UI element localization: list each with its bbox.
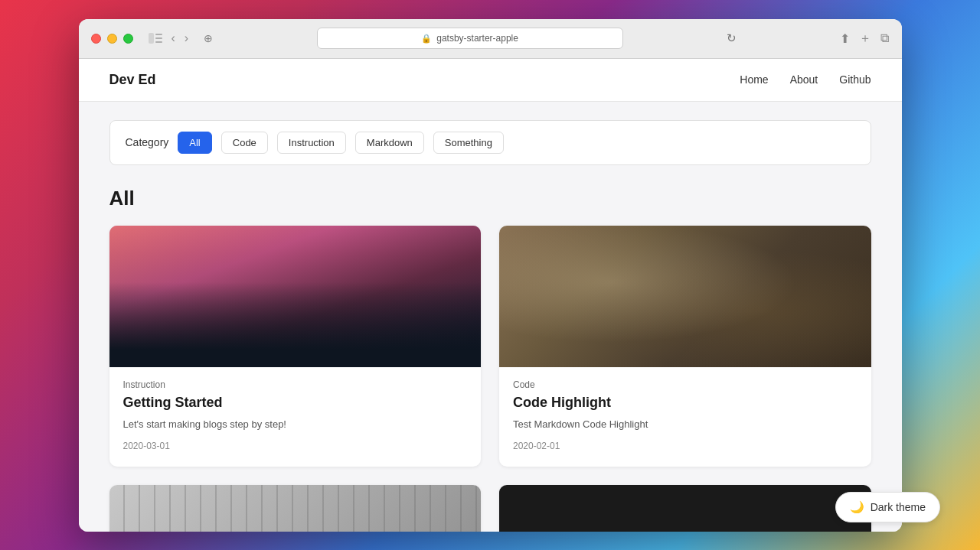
cards-grid: Instruction Getting Started Let's start … (109, 226, 871, 532)
filter-btn-something[interactable]: Something (433, 132, 504, 154)
security-icon: ⊕ (204, 32, 213, 44)
card-1-category: Instruction (123, 379, 468, 390)
forward-button[interactable]: › (181, 30, 191, 47)
card-2-category: Code (513, 379, 858, 390)
minimize-button[interactable] (107, 34, 117, 44)
sidebar-toggle[interactable] (149, 33, 162, 44)
card-1[interactable]: Instruction Getting Started Let's start … (109, 226, 482, 467)
address-bar[interactable]: 🔒 gatsby-starter-apple (317, 28, 623, 49)
moon-icon: 🌙 (850, 500, 864, 514)
card-2-image (499, 226, 871, 367)
svg-rect-1 (155, 34, 162, 35)
title-bar: ‹ › ⊕ 🔒 gatsby-starter-apple ↻ ⬆ ＋ ⧉ (79, 19, 902, 59)
nav-arrows: ‹ › (168, 30, 192, 47)
filter-btn-all[interactable]: All (178, 132, 211, 154)
card-4-image (499, 485, 871, 532)
lock-icon: 🔒 (421, 34, 432, 44)
card-1-date: 2020-03-01 (123, 441, 468, 451)
title-bar-controls: ‹ › (149, 30, 192, 47)
card-2-body: Code Code Highlight Test Markdown Code H… (499, 367, 871, 467)
svg-rect-2 (155, 37, 162, 39)
dark-theme-button[interactable]: 🌙 Dark theme (835, 492, 940, 522)
tabs-icon[interactable]: ⧉ (880, 31, 889, 45)
close-button[interactable] (91, 34, 101, 44)
site-nav: Home About Github (740, 73, 871, 86)
nav-home[interactable]: Home (740, 73, 768, 86)
card-1-title: Getting Started (123, 395, 468, 411)
site-content: Category All Code Instruction Markdown S… (79, 102, 902, 532)
card-1-image (109, 226, 482, 367)
card-2-title: Code Highlight (513, 395, 858, 411)
site-logo[interactable]: Dev Ed (109, 72, 156, 88)
card-1-desc: Let's start making blogs step by step! (123, 417, 468, 432)
new-tab-icon[interactable]: ＋ (859, 31, 871, 47)
section-heading: All (109, 187, 871, 210)
refresh-icon[interactable]: ↻ (727, 31, 737, 45)
back-button[interactable]: ‹ (168, 30, 178, 47)
filter-btn-instruction[interactable]: Instruction (277, 132, 346, 154)
share-icon[interactable]: ⬆ (840, 31, 850, 46)
dark-theme-label: Dark theme (871, 501, 926, 513)
card-3-image (109, 485, 482, 532)
nav-about[interactable]: About (790, 73, 818, 86)
filter-label: Category (126, 136, 169, 148)
svg-rect-0 (149, 33, 154, 44)
card-2[interactable]: Code Code Highlight Test Markdown Code H… (499, 226, 871, 467)
traffic-lights (91, 34, 133, 44)
browser-window: ‹ › ⊕ 🔒 gatsby-starter-apple ↻ ⬆ ＋ ⧉ Dev… (79, 19, 902, 532)
maximize-button[interactable] (123, 34, 133, 44)
filter-bar: Category All Code Instruction Markdown S… (109, 120, 871, 165)
url-text: gatsby-starter-apple (436, 33, 518, 44)
card-2-desc: Test Markdown Code Highlight (513, 417, 858, 432)
card-3[interactable] (109, 485, 482, 532)
svg-rect-3 (155, 41, 162, 43)
title-bar-right: ⬆ ＋ ⧉ (840, 31, 889, 47)
filter-btn-code[interactable]: Code (221, 132, 268, 154)
site-header: Dev Ed Home About Github (79, 59, 902, 102)
card-4[interactable] (499, 485, 871, 532)
filter-btn-markdown[interactable]: Markdown (355, 132, 424, 154)
card-1-body: Instruction Getting Started Let's start … (109, 367, 482, 467)
card-2-date: 2020-02-01 (513, 441, 858, 451)
nav-github[interactable]: Github (839, 73, 871, 86)
